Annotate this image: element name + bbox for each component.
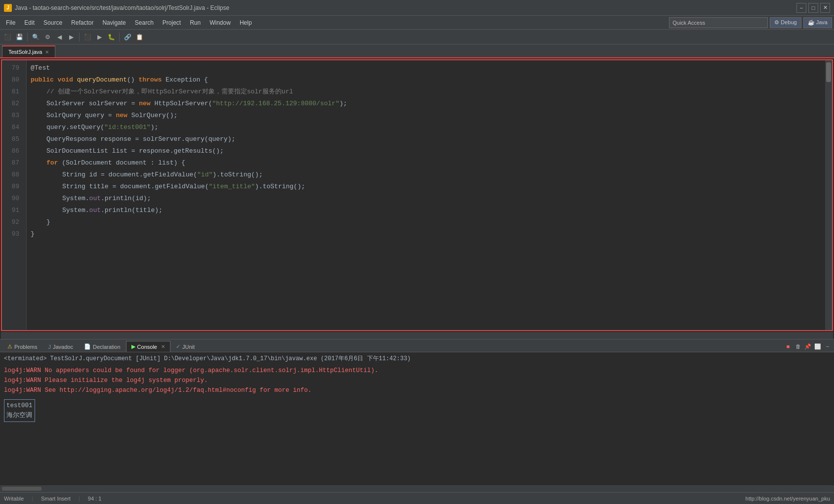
- code-line-79: @Test: [31, 62, 821, 74]
- console-minimize-btn[interactable]: −: [823, 342, 832, 351]
- toolbar-btn-6[interactable]: ▶: [66, 32, 77, 42]
- menu-edit[interactable]: Edit: [20, 18, 39, 27]
- tab-junit[interactable]: ✓ JUnit: [170, 341, 200, 352]
- line-num-83: 83: [2, 110, 22, 122]
- console-terminated-line: <terminated> TestSolrJ.queryDocument [JU…: [4, 354, 830, 364]
- console-pin-btn[interactable]: 📌: [803, 342, 812, 351]
- tab-bar: TestSolrJ.java ✕: [0, 44, 834, 58]
- line-num-86: 86: [2, 145, 22, 157]
- console-icon: ▶: [131, 343, 135, 350]
- tab-declaration[interactable]: 📄 Declaration: [79, 341, 126, 352]
- javadoc-icon: J: [48, 344, 51, 350]
- close-button[interactable]: ✕: [820, 3, 830, 13]
- menu-window[interactable]: Window: [206, 18, 235, 27]
- code-line-82: SolrServer solrServer = new HttpSolrServ…: [31, 98, 821, 110]
- line-num-80: 80: [2, 74, 22, 86]
- toolbar-sep-3: [119, 33, 120, 42]
- code-line-89: String title = document.getFieldValue( "…: [31, 181, 821, 193]
- menu-bar: File Edit Source Refactor Navigate Searc…: [0, 16, 834, 30]
- line-numbers: 79 80 81 82 83 84 85 86 87 88 89 90 91 9…: [2, 60, 27, 330]
- toolbar-btn-11[interactable]: 📋: [134, 32, 145, 42]
- menu-run[interactable]: Run: [186, 18, 205, 27]
- declaration-icon: 📄: [84, 343, 91, 350]
- toolbar-btn-10[interactable]: 🔗: [122, 32, 133, 42]
- quick-access-box[interactable]: Quick Access: [669, 17, 768, 28]
- console-output-block: test001海尔空调: [4, 397, 830, 422]
- junit-icon: ✓: [176, 343, 180, 350]
- editor-container: TestSolrJ.java ✕ 79 80 81 82 83 84 85 86…: [0, 44, 834, 504]
- problems-label: Problems: [14, 344, 37, 350]
- toolbar-btn-3[interactable]: 🔍: [30, 32, 41, 42]
- main-split: 79 80 81 82 83 84 85 86 87 88 89 90 91 9…: [0, 58, 834, 492]
- editor-horizontal-scrollbar[interactable]: [1, 332, 833, 339]
- toolbar-btn-7[interactable]: ⬛: [82, 32, 93, 42]
- line-num-79: 79: [2, 62, 22, 74]
- code-content[interactable]: @Test public void queryDocument () throw…: [27, 60, 825, 330]
- toolbar: ⬛ 💾 🔍 ⚙ ◀ ▶ ⬛ ▶ 🐛 🔗 📋: [0, 30, 834, 44]
- toolbar-sep-2: [79, 33, 80, 42]
- javadoc-label: Javadoc: [53, 344, 73, 350]
- code-line-91: System. out .println(title);: [31, 205, 821, 216]
- console-label: Console: [137, 344, 157, 350]
- line-num-82: 82: [2, 98, 22, 110]
- window-title: Java - taotao-search-service/src/test/ja…: [15, 4, 796, 11]
- status-url: http://blog.csdn.net/yerenyuan_pku: [746, 496, 830, 502]
- line-num-81: 81: [2, 86, 22, 98]
- editor-tab-testsolrj[interactable]: TestSolrJ.java ✕: [2, 45, 55, 57]
- console-clear-btn[interactable]: 🗑: [793, 342, 802, 351]
- menu-refactor[interactable]: Refactor: [67, 18, 97, 27]
- code-line-90: System. out .println(id);: [31, 193, 821, 205]
- line-num-90: 90: [2, 193, 22, 205]
- menu-help[interactable]: Help: [236, 18, 256, 27]
- vertical-scrollbar[interactable]: [825, 60, 832, 330]
- tab-label: TestSolrJ.java: [8, 49, 42, 55]
- console-warn-line-3: log4j:WARN See http://logging.apache.org…: [4, 385, 830, 395]
- menu-project[interactable]: Project: [159, 18, 185, 27]
- java-perspective-btn[interactable]: ☕ Java: [803, 17, 832, 28]
- menu-source[interactable]: Source: [40, 18, 66, 27]
- console-close-icon[interactable]: ✕: [161, 344, 165, 349]
- toolbar-btn-5[interactable]: ◀: [54, 32, 65, 42]
- tab-console[interactable]: ▶ Console ✕: [126, 341, 170, 352]
- line-num-84: 84: [2, 122, 22, 133]
- menu-file[interactable]: File: [2, 18, 19, 27]
- bottom-panel: ⚠ Problems J Javadoc 📄 Declaration ▶ Con…: [0, 339, 834, 492]
- line-num-85: 85: [2, 133, 22, 145]
- console-warn-line-2: log4j:WARN Please initialize the log4j s…: [4, 376, 830, 385]
- tab-problems[interactable]: ⚠ Problems: [2, 341, 42, 352]
- tab-close-icon[interactable]: ✕: [45, 49, 49, 55]
- app-icon: J: [4, 4, 12, 12]
- code-line-86: SolrDocumentList list = response.getResu…: [31, 145, 821, 157]
- window-controls[interactable]: − □ ✕: [796, 3, 830, 13]
- toolbar-btn-8[interactable]: ▶: [94, 32, 105, 42]
- bottom-scrollbar[interactable]: [0, 485, 834, 492]
- console-output-text: test001海尔空调: [4, 399, 35, 422]
- scrollbar-thumb[interactable]: [826, 62, 831, 82]
- tab-javadoc[interactable]: J Javadoc: [42, 341, 78, 352]
- status-bar: Writable | Smart Insert | 94 : 1 http://…: [0, 492, 834, 504]
- junit-label: JUnit: [182, 344, 195, 350]
- title-bar: J Java - taotao-search-service/src/test/…: [0, 0, 834, 16]
- code-editor[interactable]: 79 80 81 82 83 84 85 86 87 88 89 90 91 9…: [1, 59, 833, 331]
- console-maximize-btn[interactable]: ⬜: [813, 342, 822, 351]
- toolbar-btn-9[interactable]: 🐛: [106, 32, 117, 42]
- menu-navigate[interactable]: Navigate: [98, 18, 129, 27]
- annotation-test: @Test: [31, 63, 50, 73]
- line-num-88: 88: [2, 169, 22, 181]
- line-num-91: 91: [2, 205, 22, 216]
- toolbar-btn-4[interactable]: ⚙: [42, 32, 53, 42]
- maximize-button[interactable]: □: [808, 3, 818, 13]
- console-stop-btn[interactable]: ■: [784, 342, 792, 351]
- line-num-92: 92: [2, 216, 22, 228]
- menu-search[interactable]: Search: [131, 18, 158, 27]
- status-writable: Writable: [4, 496, 24, 502]
- minimize-button[interactable]: −: [796, 3, 806, 13]
- console-warn-line-1: log4j:WARN No appenders could be found f…: [4, 366, 830, 376]
- toolbar-btn-2[interactable]: 💾: [14, 32, 25, 42]
- code-line-85: QueryResponse response = solrServer.quer…: [31, 133, 821, 145]
- bottom-scrollbar-thumb[interactable]: [2, 487, 42, 491]
- code-line-80: public void queryDocument () throws Exce…: [31, 74, 821, 86]
- debug-perspective-btn[interactable]: ⚙ Debug: [770, 17, 801, 28]
- quick-access-label: Quick Access: [672, 20, 705, 26]
- toolbar-btn-1[interactable]: ⬛: [2, 32, 13, 42]
